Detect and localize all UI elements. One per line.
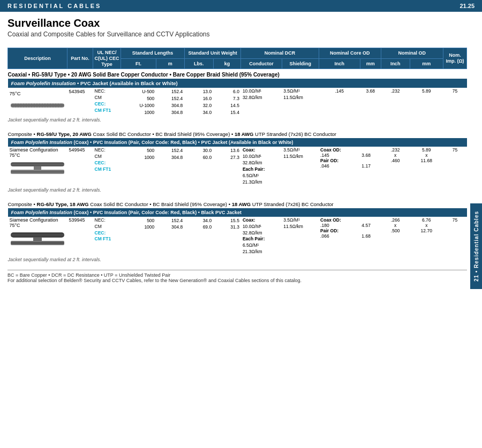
col-part: Part No. xyxy=(67,48,93,69)
s3-imp: 75 xyxy=(443,217,467,256)
svg-rect-9 xyxy=(11,171,64,173)
side-tab-num: 21 xyxy=(473,275,479,282)
s2-nec: NEC:CMCEC:CM FT1 xyxy=(93,147,121,186)
footnotes: BC = Bare Copper • DCR = DC Resistance •… xyxy=(7,270,467,283)
col-nominal-od: Nominal OD xyxy=(381,48,443,59)
section3-data-row: Siamese Configuration 75°C xyxy=(8,217,467,256)
s1-conductor: 10.0Ω/M¹32.8Ω/km xyxy=(241,88,282,116)
side-tab-text: 21 • Residential Cables xyxy=(473,211,479,282)
s1-kg: 6.07.314.515.4 xyxy=(213,88,241,116)
s3-od-inch: .266x.500 xyxy=(381,217,410,256)
s1-imp: 75 xyxy=(443,88,467,116)
s3-conductor: Coax:10.0Ω/M¹32.8Ω/km Each Pair:6.5Ω/M¹2… xyxy=(241,217,282,256)
footnote-2: For additional selection of Belden® Secu… xyxy=(7,278,467,283)
s2-conductor: Coax:10.0Ω/M¹32.8Ω/km Each Pair:6.5Ω/M¹2… xyxy=(241,147,282,186)
s2-kg: 13.627.3 xyxy=(213,147,241,186)
svg-rect-15 xyxy=(11,242,64,244)
col-ul-nec: UL NEC/ C(UL) CEC Type xyxy=(93,48,121,69)
col-conductor: Conductor xyxy=(241,58,282,69)
side-tab: 21 • Residential Cables xyxy=(470,203,482,289)
s1-shielding: 3.5Ω/M¹11.5Ω/km xyxy=(282,88,319,116)
s3-m: 152.4304.8 xyxy=(156,217,184,256)
svg-rect-10 xyxy=(34,166,41,170)
section1-header-row: Coaxial • RG-59/U Type • 20 AWG Solid Ba… xyxy=(8,69,467,79)
section3-note-row: Jacket sequentially marked at 2 ft. inte… xyxy=(8,256,467,265)
s2-od-inch: .232x.460 xyxy=(381,147,410,186)
section1-data-row: 75°C 543945 xyxy=(8,88,467,116)
section1-note-row: Jacket sequentially marked at 2 ft. inte… xyxy=(8,116,467,126)
col-inch2: Inch xyxy=(381,58,410,69)
section3-header-text: Composite • RG-6/U Type, 18 AWG Coax Sol… xyxy=(8,201,334,207)
section3-band-row: Foam Polyolefin Insulation (Coax) • PVC … xyxy=(8,208,467,217)
side-tab-label: Residential Cables xyxy=(473,211,479,268)
s1-nec: NEC:CMCEC:CM FT1 xyxy=(93,88,121,116)
s3-core-inch: Coax OD:.180 Pair OD:.066 xyxy=(319,217,360,256)
col-ft: Ft. xyxy=(121,58,156,69)
s3-ft: 5001000 xyxy=(121,217,156,256)
section2-band-row: Foam Polyolefin Insulation (Coax) • PVC … xyxy=(8,138,467,147)
section2-note: Jacket sequentially marked at 2 ft. inte… xyxy=(8,186,467,196)
page-number: 21.25 xyxy=(460,3,475,9)
cable-illustration-2 xyxy=(10,160,66,184)
section2-header-row: Composite • RG-59/U Type, 20 AWG Coax So… xyxy=(8,129,467,138)
s3-shielding: 3.5Ω/M¹11.5Ω/km xyxy=(282,217,319,256)
table-header-row: Description Part No. UL NEC/ C(UL) CEC T… xyxy=(8,48,467,59)
s3-part: 539945 xyxy=(67,217,93,256)
section1-header-text: Coaxial • RG-59/U Type • 20 AWG Solid Ba… xyxy=(8,72,280,78)
s3-od-mm: 6.76x12.70 xyxy=(410,217,443,256)
s2-shielding: 3.5Ω/M¹11.5Ω/km xyxy=(282,147,319,186)
s2-m: 152.4304.8 xyxy=(156,147,184,186)
col-mm2: mm xyxy=(410,58,443,69)
s2-part: 549945 xyxy=(67,147,93,186)
section3-band-text: Foam Polyolefin Insulation (Coax) • PVC … xyxy=(8,208,467,217)
section1-band-text: Foam Polyolefin Insulation • PVC Jacket … xyxy=(8,79,467,88)
s1-ft: U-500500U-10001000 xyxy=(121,88,156,116)
col-nominal-dcr: Nominal DCR xyxy=(241,48,319,59)
section3-note: Jacket sequentially marked at 2 ft. inte… xyxy=(8,256,467,265)
s1-m: 152.4152.4304.8304.8 xyxy=(156,88,184,116)
col-mm1: mm xyxy=(360,58,381,69)
col-description: Description xyxy=(8,48,67,69)
section2-data-row: Siamese Configuration 75°C xyxy=(8,147,467,186)
svg-rect-16 xyxy=(33,238,42,241)
s3-core-mm: 4.571.68 xyxy=(360,217,381,256)
section2-band-text: Foam Polyolefin Insulation (Coax) • PVC … xyxy=(8,138,467,147)
s1-part: 543945 xyxy=(67,88,93,116)
s2-core-inch: Coax OD:.145 Pair OD:.046 xyxy=(319,147,360,186)
section2-note-row: Jacket sequentially marked at 2 ft. inte… xyxy=(8,186,467,196)
col-kg: kg xyxy=(213,58,241,69)
col-m: m xyxy=(156,58,184,69)
s1-description: 75°C xyxy=(8,88,67,116)
s2-description: Siamese Configuration 75°C xyxy=(8,147,67,186)
section1-band-row: Foam Polyolefin Insulation • PVC Jacket … xyxy=(8,79,467,88)
cable-illustration-3 xyxy=(10,230,66,254)
s2-od-mm: 5.89x11.68 xyxy=(410,147,443,186)
s1-od-inch: .232 xyxy=(381,88,410,116)
s3-kg: 15.531.3 xyxy=(213,217,241,256)
col-std-lengths: Standard Lengths xyxy=(121,48,185,59)
s2-lbs: 30.060.0 xyxy=(184,147,213,186)
main-content: Surveillance Coax Coaxial and Composite … xyxy=(0,12,482,283)
col-std-weight: Standard Unit Weight xyxy=(184,48,241,59)
page-subtitle: Coaxial and Composite Cables for Surveil… xyxy=(7,31,467,38)
s2-core-mm: 3.681.17 xyxy=(360,147,381,186)
specs-table: Description Part No. UL NEC/ C(UL) CEC T… xyxy=(7,48,467,265)
col-nominal-core-od: Nominal Core OD xyxy=(319,48,381,59)
s3-lbs: 34.069.0 xyxy=(184,217,213,256)
s2-imp: 75 xyxy=(443,147,467,186)
col-inch1: Inch xyxy=(319,58,360,69)
s1-core-inch: .145 xyxy=(319,88,360,116)
s1-lbs: 13.016.032.034.0 xyxy=(184,88,213,116)
s3-description: Siamese Configuration 75°C xyxy=(8,217,67,256)
section3-header-row: Composite • RG-6/U Type, 18 AWG Coax Sol… xyxy=(8,199,467,208)
s2-ft: 5001000 xyxy=(121,147,156,186)
page-title: Surveillance Coax xyxy=(7,17,467,29)
s3-nec: NEC:CMCEC:CM FT1 xyxy=(93,217,121,256)
top-header: RESIDENTIAL CABLES 21.25 xyxy=(0,0,482,12)
section-label: RESIDENTIAL CABLES xyxy=(7,3,101,9)
col-nom-imp: Nom. Imp. (Ω) xyxy=(443,48,467,69)
s1-od-mm: 5.89 xyxy=(410,88,443,116)
section2-header-text: Composite • RG-59/U Type, 20 AWG Coax So… xyxy=(8,131,337,137)
footnote-1: BC = Bare Copper • DCR = DC Resistance •… xyxy=(7,272,467,278)
section1-note: Jacket sequentially marked at 2 ft. inte… xyxy=(8,116,467,126)
